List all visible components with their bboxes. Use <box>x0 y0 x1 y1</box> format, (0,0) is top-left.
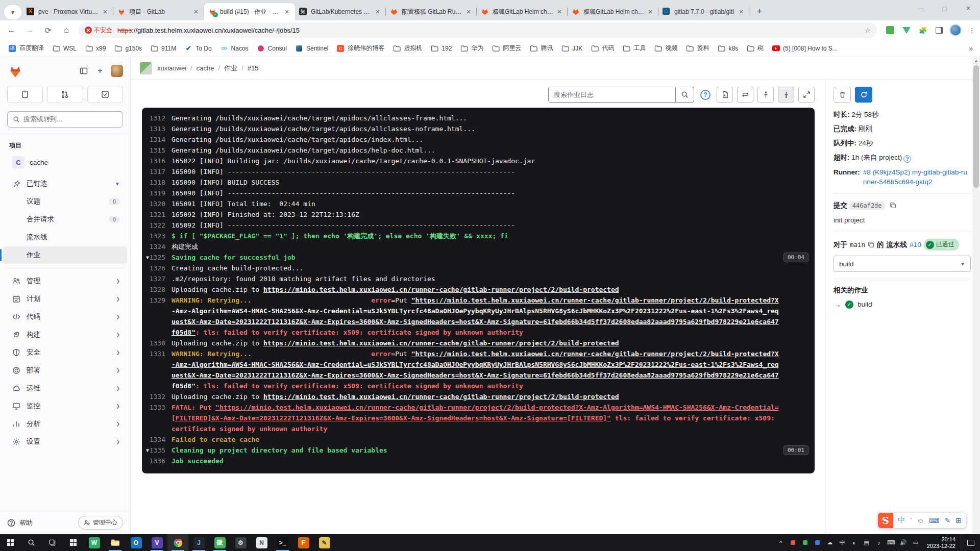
log-line-number[interactable]: 1331 <box>142 348 172 391</box>
bookmark-item[interactable]: 阿里云 <box>488 42 524 54</box>
sidebar-item-calendar[interactable]: 计划❯ <box>3 290 127 308</box>
ime-tool-icon[interactable]: ☺ <box>917 516 924 524</box>
bookmark-star-icon[interactable]: ☆ <box>865 27 871 34</box>
sidebar-item-shield[interactable]: 安全❯ <box>3 344 127 361</box>
taskbar-notes-button[interactable]: ✎ <box>314 534 335 551</box>
bookmark-item[interactable]: k8s <box>714 43 741 54</box>
bookmark-item[interactable]: 税 <box>743 42 767 54</box>
back-button[interactable]: ← <box>4 23 18 37</box>
log-search-button[interactable] <box>676 87 694 103</box>
ime-tool-icon[interactable]: ⊞ <box>955 516 962 524</box>
page-scrollbar[interactable]: ▲ <box>972 57 980 534</box>
bookmark-item[interactable]: 译百度翻译 <box>5 42 47 54</box>
bookmark-item[interactable]: 资料 <box>682 42 712 54</box>
stage-dropdown[interactable]: build ▼ <box>834 256 971 272</box>
sidebar-item-chart[interactable]: 分析❯ <box>3 415 127 433</box>
ime-tool-icon[interactable]: 中 <box>898 516 905 525</box>
log-line-number[interactable]: 1326 <box>142 263 172 273</box>
bookmark-item[interactable]: C徐晓伟的博客 <box>333 42 387 54</box>
user-avatar[interactable] <box>111 65 123 77</box>
bookmark-item[interactable]: 192 <box>427 43 455 54</box>
ime-tool-icon[interactable]: ✎ <box>945 516 951 524</box>
tray-icon[interactable]: ☁ <box>824 534 836 551</box>
log-line-number[interactable]: 1312 <box>142 113 172 123</box>
scrollbar-thumb[interactable] <box>973 65 979 188</box>
browser-tab[interactable]: 项目 · GitLab✕ <box>113 3 204 20</box>
tab-close-icon[interactable]: ✕ <box>646 8 654 16</box>
tray-icon[interactable]: ♪ <box>873 534 885 551</box>
sidebar-item-pinned-child[interactable]: •议题0 <box>3 193 127 210</box>
taskbar-settings-button[interactable]: ⚙ <box>230 534 251 551</box>
taskbar-terminal-button[interactable]: >_ <box>272 534 293 551</box>
sidebar-item-rocket[interactable]: 构建❯ <box>3 326 127 343</box>
bookmark-item[interactable]: x99 <box>82 43 109 54</box>
sidebar-search-input[interactable]: 搜索或转到... <box>7 111 123 128</box>
tab-close-icon[interactable]: ✕ <box>737 8 745 16</box>
tray-icon[interactable]: ▤ <box>861 534 873 551</box>
adguard-extension-icon[interactable] <box>884 23 897 37</box>
tab-close-icon[interactable]: ✕ <box>101 8 109 16</box>
bookmark-item[interactable]: 视频 <box>651 42 680 54</box>
browser-tab[interactable]: Xpve - Proxmox Virtual E✕ <box>22 3 113 20</box>
copy-commit-icon[interactable] <box>890 202 896 209</box>
tab-close-icon[interactable]: ✕ <box>464 8 473 16</box>
help-label[interactable]: 帮助 <box>19 518 33 528</box>
home-button[interactable]: ⌂ <box>59 23 74 37</box>
bookmark-item[interactable]: 虚拟机 <box>389 42 425 54</box>
bookmark-item[interactable]: 华为 <box>457 42 486 54</box>
log-line-number[interactable]: 1320 <box>142 198 172 209</box>
bookmark-item[interactable]: Sentinel <box>292 43 331 54</box>
sogou-logo-icon[interactable]: S <box>878 513 893 528</box>
bookmark-item[interactable]: (5) [008] How to S... <box>769 43 841 54</box>
log-search-input[interactable]: 搜索作业日志 <box>548 87 676 103</box>
browser-tab[interactable]: ✓build (#15) · 作业 · xuxia✕ <box>204 3 295 20</box>
browser-tab[interactable]: ⬡gitlab 7.7.0 · gitlab/gitl✕ <box>658 3 749 20</box>
copy-ref-icon[interactable] <box>868 241 874 248</box>
breadcrumb-project[interactable]: cache <box>197 64 214 72</box>
sidebar-item-monitor[interactable]: 监控❯ <box>3 397 127 415</box>
log-line-number[interactable]: 1319 <box>142 188 172 198</box>
tray-icon[interactable]: ⌨ <box>885 534 897 551</box>
log-url-link[interactable]: https://minio.test.helm.xuxiaowei.cn/run… <box>263 286 619 293</box>
window-close-button[interactable]: ✕ <box>957 0 980 16</box>
issues-shortcut-button[interactable] <box>7 86 43 103</box>
tray-icon[interactable]: ◐ <box>848 534 861 551</box>
bookmark-item[interactable]: Consul <box>254 43 290 54</box>
log-line-number[interactable]: 1313 <box>142 123 172 134</box>
gitlab-logo-icon[interactable] <box>7 63 23 79</box>
bookmark-item[interactable]: WSL <box>49 43 80 54</box>
address-bar[interactable]: ✕ 不安全 https://gitlab.test.helm.xuxiaowei… <box>79 22 877 38</box>
pipeline-status-badge[interactable]: ✓已通过 <box>924 239 959 251</box>
commit-sha-chip[interactable]: 446af2de <box>849 202 885 210</box>
retry-job-button[interactable] <box>855 87 872 103</box>
taskbar-chrome-button[interactable] <box>167 534 188 551</box>
sidebar-project-cache[interactable]: C cache <box>3 154 127 171</box>
log-line-number[interactable]: 1318 <box>142 177 172 188</box>
tray-icon[interactable]: ▭ <box>910 534 922 551</box>
sidebar-collapse-icon[interactable] <box>77 64 90 78</box>
browser-tab[interactable]: 极狐GitLab Helm chart✕ <box>568 3 658 20</box>
window-maximize-button[interactable]: ▢ <box>933 0 957 16</box>
bookmark-item[interactable]: 工具 <box>619 42 649 54</box>
taskbar-outlook-button[interactable]: O <box>126 534 146 551</box>
log-line-number[interactable]: 1336 <box>142 456 172 466</box>
pipeline-ref[interactable]: main <box>850 240 865 249</box>
log-line-number[interactable]: 1322 <box>142 220 172 231</box>
browser-tab[interactable]: 知GitLab/Kubernetes 知识✕ <box>295 3 386 20</box>
split-view-icon[interactable] <box>933 23 946 37</box>
notification-center-button[interactable] <box>961 534 980 551</box>
scroll-to-top-button[interactable] <box>757 87 774 103</box>
log-line-number[interactable]: ▼1335 <box>142 445 172 456</box>
sidebar-item-pinned-child[interactable]: •流水线 <box>3 229 127 246</box>
log-url-link[interactable]: https://minio.test.helm.xuxiaowei.cn/run… <box>263 393 619 400</box>
tab-close-icon[interactable]: ✕ <box>374 8 382 16</box>
collapse-caret-icon[interactable]: ▼ <box>146 445 149 456</box>
ime-tool-icon[interactable]: ⌨ <box>929 516 939 524</box>
log-url-link[interactable]: https://minio.test.helm.xuxiaowei.cn/run… <box>263 339 619 347</box>
log-line-number[interactable]: 1317 <box>142 166 172 177</box>
log-line-number[interactable]: 1333 <box>142 402 172 434</box>
forward-button[interactable]: → <box>22 23 37 37</box>
log-line-number[interactable]: 1314 <box>142 134 172 145</box>
taskbar-start-button[interactable] <box>0 534 21 551</box>
sidebar-item-deploy[interactable]: 部署❯ <box>3 362 127 379</box>
